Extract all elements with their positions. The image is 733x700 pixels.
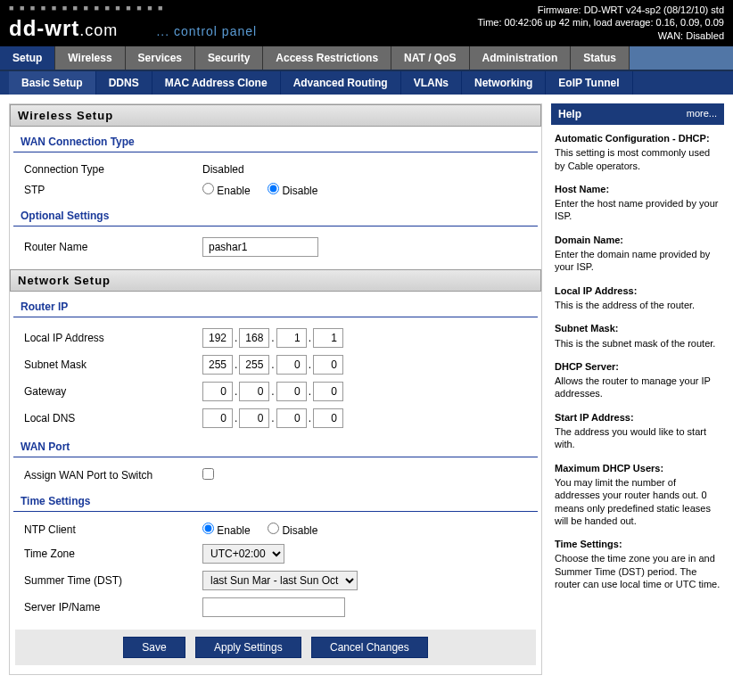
logo-subtitle: ... control panel [156, 24, 257, 38]
value-connection-type: Disabled [202, 163, 527, 176]
radio-stp-enable[interactable] [202, 183, 214, 194]
help-item-title: DHCP Server: [555, 360, 721, 373]
radio-ntp-enable[interactable] [202, 523, 214, 534]
section-network-setup: Network Setup [10, 269, 541, 292]
input-dns-2[interactable] [276, 408, 307, 428]
help-item-desc: This setting is most commonly used by Ca… [555, 146, 721, 172]
input-dns-0[interactable] [202, 408, 233, 428]
input-localip-0[interactable] [202, 328, 233, 348]
input-router-name[interactable] [202, 237, 318, 257]
input-server-ip[interactable] [202, 597, 345, 617]
main-column: Wireless Setup WAN Connection Type Conne… [9, 103, 542, 675]
help-item-desc: Enter the domain name provided by your I… [555, 248, 721, 274]
input-gateway-0[interactable] [202, 382, 233, 401]
subtab-ddns[interactable]: DDNS [96, 71, 152, 95]
input-dns-1[interactable] [239, 408, 269, 428]
help-item-desc: Choose the time zone you are in and Summ… [555, 552, 721, 590]
input-gateway-1[interactable] [239, 382, 269, 401]
tab-security[interactable]: Security [195, 46, 263, 70]
tab-setup[interactable]: Setup [0, 46, 55, 70]
tab-nat-qos[interactable]: NAT / QoS [391, 46, 469, 70]
save-button[interactable]: Save [123, 637, 185, 658]
help-item-title: Start IP Address: [555, 411, 721, 424]
label-timezone: Time Zone [24, 548, 202, 560]
label-dst: Summer Time (DST) [24, 574, 202, 587]
select-timezone[interactable]: UTC+02:00 [202, 544, 284, 564]
input-subnet-1[interactable] [239, 355, 269, 375]
subtab-eoip-tunnel[interactable]: EoIP Tunnel [546, 71, 632, 95]
tab-wireless[interactable]: Wireless [55, 46, 125, 70]
logo: ■ ■ ■ ■ ■ ■ ■ ■ ■ ■ ■ ■ ■ ■ ■ dd-wrt.com… [9, 4, 257, 42]
help-item-desc: You may limit the number of addresses yo… [555, 476, 721, 527]
input-dns-3[interactable] [313, 408, 343, 428]
input-gateway-2[interactable] [276, 382, 307, 401]
logo-dots: ■ ■ ■ ■ ■ ■ ■ ■ ■ ■ ■ ■ ■ ■ ■ [9, 4, 257, 14]
label-local-ip: Local IP Address [24, 332, 202, 344]
help-more-link[interactable]: more... [687, 108, 717, 120]
apply-button[interactable]: Apply Settings [195, 637, 301, 658]
help-item-title: Domain Name: [555, 234, 721, 246]
input-subnet-0[interactable] [202, 355, 233, 375]
fieldset-router-ip: Router IP [13, 292, 538, 317]
help-item-title: Automatic Configuration - DHCP: [555, 132, 721, 144]
help-item-title: Subnet Mask: [555, 322, 721, 334]
fieldset-optional: Optional Settings [13, 201, 538, 226]
help-item-desc: Enter the host name provided by your ISP… [555, 197, 721, 223]
subtab-vlans[interactable]: VLANs [401, 71, 462, 95]
label-server-ip: Server IP/Name [24, 601, 202, 614]
button-row: Save Apply Settings Cancel Changes [15, 630, 536, 665]
label-assign-wan: Assign WAN Port to Switch [24, 469, 202, 482]
input-gateway-3[interactable] [313, 382, 343, 401]
help-item-title: Maximum DHCP Users: [555, 462, 721, 474]
help-header: Help more... [551, 103, 724, 125]
help-item-title: Time Settings: [555, 538, 721, 550]
fieldset-wan-port: WAN Port [13, 432, 538, 457]
tab-services[interactable]: Services [126, 46, 195, 70]
label-subnet: Subnet Mask [24, 358, 202, 371]
header: ■ ■ ■ ■ ■ ■ ■ ■ ■ ■ ■ ■ ■ ■ ■ dd-wrt.com… [0, 0, 733, 46]
subtab-basic-setup[interactable]: Basic Setup [9, 71, 96, 95]
main-tabs: Setup Wireless Services Security Access … [0, 46, 733, 71]
help-list: Automatic Configuration - DHCP:This sett… [551, 125, 724, 608]
input-localip-3[interactable] [313, 328, 343, 348]
label-ntp: NTP Client [24, 523, 202, 536]
input-subnet-2[interactable] [276, 355, 307, 375]
help-column: Help more... Automatic Configuration - D… [551, 103, 724, 675]
subtab-advanced-routing[interactable]: Advanced Routing [281, 71, 401, 95]
input-localip-1[interactable] [239, 328, 269, 348]
label-stp: STP [24, 184, 202, 196]
help-item-title: Local IP Address: [555, 284, 721, 297]
help-item-title: Host Name: [555, 183, 721, 195]
radio-ntp-disable[interactable] [268, 523, 279, 534]
help-item-desc: This is the address of the router. [555, 299, 721, 311]
label-gateway: Gateway [24, 385, 202, 398]
tab-status[interactable]: Status [571, 46, 630, 70]
select-dst[interactable]: last Sun Mar - last Sun Oct [202, 571, 358, 590]
subtab-networking[interactable]: Networking [462, 71, 546, 95]
checkbox-assign-wan[interactable] [202, 468, 214, 480]
cancel-button[interactable]: Cancel Changes [311, 637, 428, 658]
label-connection-type: Connection Type [24, 163, 202, 176]
subtab-mac-clone[interactable]: MAC Address Clone [152, 71, 281, 95]
fieldset-time: Time Settings [13, 486, 538, 512]
fieldset-wan-connection: WAN Connection Type [13, 127, 538, 152]
input-localip-2[interactable] [276, 328, 307, 348]
label-local-dns: Local DNS [24, 412, 202, 424]
logo-text: dd-wrt.com [9, 16, 118, 40]
tab-administration[interactable]: Administration [470, 46, 572, 70]
help-item-desc: The address you would like to start with… [555, 425, 721, 451]
label-router-name: Router Name [24, 241, 202, 253]
section-wireless-setup: Wireless Setup [10, 104, 541, 127]
help-item-desc: Allows the router to manage your IP addr… [555, 375, 721, 400]
sub-tabs: Basic Setup DDNS MAC Address Clone Advan… [0, 71, 733, 95]
input-subnet-3[interactable] [313, 355, 343, 375]
tab-access-restrictions[interactable]: Access Restrictions [263, 46, 391, 70]
radio-stp-disable[interactable] [268, 183, 279, 194]
help-item-desc: This is the subnet mask of the router. [555, 337, 721, 350]
help-title: Help [558, 108, 581, 120]
